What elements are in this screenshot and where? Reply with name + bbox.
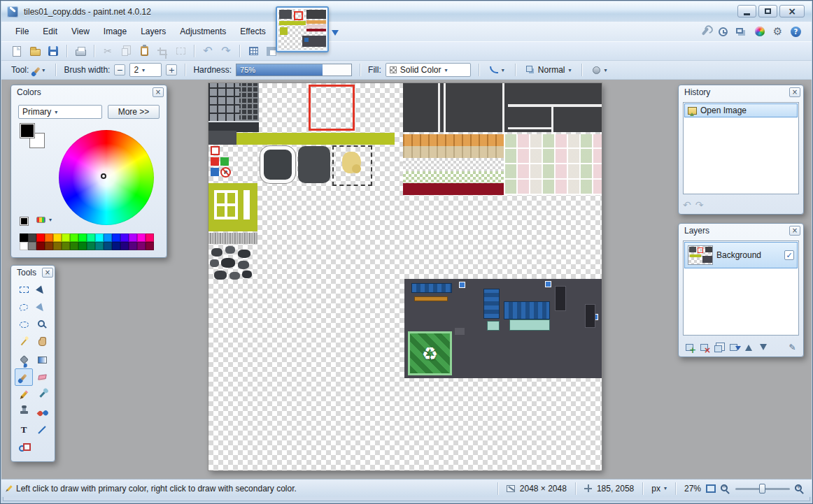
history-item-open-image[interactable]: Open Image [684, 103, 798, 117]
palette-swatch[interactable] [45, 242, 53, 250]
color-wheel[interactable] [59, 130, 154, 225]
palette-swatch[interactable] [146, 233, 154, 242]
brush-width-select[interactable]: 2 [129, 63, 162, 77]
settings-button[interactable] [770, 24, 785, 39]
palette-swatch[interactable] [104, 233, 112, 242]
palette-swatch[interactable] [137, 233, 146, 242]
move-layer-down-button[interactable] [756, 342, 770, 354]
brush-width-decrease-button[interactable] [114, 64, 125, 75]
tool-text[interactable] [15, 421, 33, 438]
close-button[interactable] [779, 5, 805, 17]
add-layer-button[interactable] [683, 342, 696, 354]
menu-edit[interactable]: Edit [36, 23, 64, 40]
tool-eraser[interactable] [33, 368, 51, 386]
palette-swatch[interactable] [70, 233, 78, 242]
close-icon[interactable] [153, 87, 164, 97]
tool-rectangle-select[interactable] [15, 281, 33, 298]
mini-color-swatch[interactable] [20, 217, 29, 226]
menu-effects[interactable]: Effects [233, 23, 272, 40]
palette-swatch[interactable] [28, 233, 36, 242]
tool-clone-stamp[interactable] [15, 403, 33, 421]
palette-swatch[interactable] [78, 233, 87, 242]
tool-recolor[interactable] [33, 403, 51, 421]
palette-swatch[interactable] [95, 233, 104, 242]
menu-file[interactable]: File [8, 23, 36, 40]
palette-swatch[interactable] [120, 233, 129, 242]
image-tab[interactable] [276, 6, 329, 52]
menu-view[interactable]: View [64, 23, 97, 40]
cut-button[interactable] [99, 43, 116, 59]
tool-line-curve[interactable] [33, 421, 51, 438]
deselect-button[interactable] [172, 43, 189, 59]
tool-color-picker[interactable] [33, 386, 51, 403]
tool-magic-wand[interactable] [15, 333, 33, 351]
blend-mode-dropdown[interactable]: Normal [523, 64, 574, 76]
pixel-grid-button[interactable] [245, 43, 262, 59]
palette-swatch[interactable] [112, 242, 120, 250]
merge-layer-down-button[interactable] [727, 342, 740, 354]
palette-swatch[interactable] [36, 233, 45, 242]
tool-selector[interactable] [33, 66, 48, 75]
menu-image[interactable]: Image [97, 23, 134, 40]
toggle-history-window-button[interactable] [716, 24, 730, 39]
title-bar[interactable]: tiles01_copy.dds - paint.net 4.0.12 [1, 1, 812, 22]
palette-swatch[interactable] [53, 233, 62, 242]
palette-swatch[interactable] [129, 242, 137, 250]
tool-pencil[interactable] [15, 386, 33, 403]
fill-style-select[interactable]: Solid Color [386, 63, 471, 77]
undo-button[interactable] [199, 43, 216, 59]
layer-row-background[interactable]: Background [684, 242, 798, 268]
tool-paintbrush[interactable] [15, 368, 33, 386]
copy-button[interactable] [118, 43, 134, 59]
zoom-slider-thumb[interactable] [759, 484, 765, 494]
palette-swatch[interactable] [53, 242, 62, 250]
move-layer-up-button[interactable] [742, 342, 755, 354]
antialiasing-dropdown[interactable] [487, 65, 507, 75]
history-window-titlebar[interactable]: History [679, 85, 803, 99]
menu-layers[interactable]: Layers [134, 23, 173, 40]
toggle-layers-window-button[interactable] [734, 24, 749, 39]
palette-swatch[interactable] [87, 233, 95, 242]
tool-pan[interactable] [33, 333, 51, 351]
history-undo-button[interactable] [683, 200, 691, 210]
palette-menu-button[interactable] [34, 215, 55, 224]
palette-swatch[interactable] [36, 242, 45, 250]
palette-swatch[interactable] [112, 233, 120, 242]
maximize-button[interactable] [758, 5, 777, 17]
palette-swatch[interactable] [95, 242, 104, 250]
palette-swatch[interactable] [70, 242, 78, 250]
tool-move-selection[interactable] [33, 298, 51, 316]
help-button[interactable] [789, 24, 803, 39]
tool-gradient[interactable] [33, 351, 51, 368]
hardness-slider[interactable]: 75% [236, 64, 352, 76]
layers-window-titlebar[interactable]: Layers [679, 224, 803, 238]
palette-swatch[interactable] [146, 242, 154, 250]
redo-button[interactable] [218, 43, 234, 59]
palette-swatch[interactable] [120, 242, 129, 250]
palette-swatch[interactable] [137, 242, 146, 250]
canvas[interactable] [208, 83, 602, 470]
image-list-arrow-icon[interactable] [332, 30, 339, 39]
palette-swatch[interactable] [28, 242, 36, 250]
open-button[interactable] [27, 43, 43, 59]
minimize-button[interactable] [737, 5, 756, 17]
palette-swatch[interactable] [129, 233, 137, 242]
units-dropdown[interactable]: px [651, 484, 667, 494]
delete-layer-button[interactable] [698, 342, 711, 354]
palette-swatch[interactable] [87, 242, 95, 250]
colors-window-titlebar[interactable]: Colors [11, 85, 167, 99]
zoom-to-window-button[interactable] [706, 484, 716, 493]
paste-button[interactable] [136, 43, 153, 59]
tool-zoom[interactable] [33, 316, 51, 333]
palette-swatch[interactable] [20, 242, 28, 250]
close-icon[interactable] [789, 87, 800, 97]
close-icon[interactable] [42, 268, 53, 278]
save-button[interactable] [45, 43, 62, 59]
palette-swatch[interactable] [62, 242, 70, 250]
palette-swatch[interactable] [45, 233, 53, 242]
tool-lasso-select[interactable] [15, 298, 33, 316]
color-wheel-marker[interactable] [101, 173, 106, 179]
menu-adjustments[interactable]: Adjustments [173, 23, 233, 40]
duplicate-layer-button[interactable] [712, 342, 726, 354]
brush-width-increase-button[interactable] [166, 64, 177, 75]
